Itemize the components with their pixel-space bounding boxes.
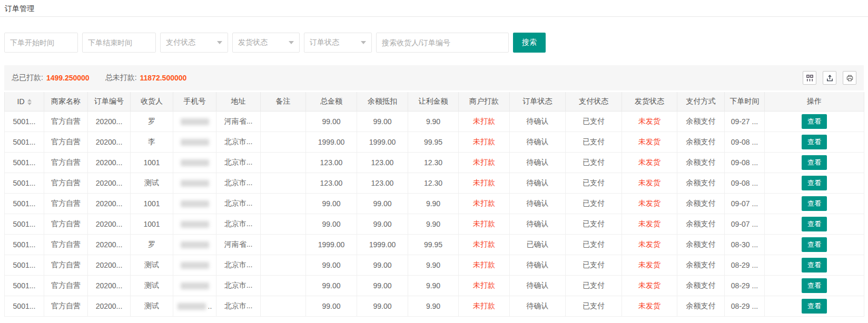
- col-header-pay_method: 支付方式: [677, 92, 725, 111]
- table-row: 5001...官方自营20200...测试北京市...99.0099.009.9…: [5, 275, 864, 296]
- consignee-cell: 1001: [131, 152, 173, 173]
- merchant_pay-cell: 未打款: [459, 152, 510, 173]
- phone-cell: [173, 173, 216, 193]
- remark-cell: [261, 132, 306, 152]
- ship_status-cell: 未发货: [622, 234, 677, 255]
- order_status-cell: 待确认: [510, 132, 566, 152]
- view-order-button[interactable]: 查看: [802, 237, 827, 252]
- export-icon: [826, 74, 834, 82]
- phone-redacted: [181, 118, 209, 125]
- pay_method-cell: 余额支付: [677, 111, 725, 132]
- ship-status-select[interactable]: 发货状态: [232, 33, 300, 53]
- ship_status-cell: 未发货: [622, 193, 677, 214]
- col-header-ship_status: 发货状态: [622, 92, 677, 111]
- search-input[interactable]: [376, 33, 509, 53]
- pay-status-select[interactable]: 支付状态: [160, 33, 228, 53]
- merchant-cell: 官方自营: [44, 111, 88, 132]
- view-order-button[interactable]: 查看: [802, 258, 827, 272]
- phone-cell: [173, 132, 216, 152]
- merchant-cell: 官方自营: [44, 234, 88, 255]
- order_status-cell: 待确认: [510, 193, 566, 214]
- merchant_pay-cell: 未打款: [459, 255, 510, 275]
- table-row: 5001...官方自营20200...测试北京市...99.0099.009.9…: [5, 255, 864, 275]
- col-header-total: 总金额: [306, 92, 357, 111]
- merchant_pay-cell: 未打款: [459, 275, 510, 296]
- merchant-cell: 官方自营: [44, 152, 88, 173]
- ship_status-cell: 未发货: [622, 255, 677, 275]
- remark-cell: [261, 173, 306, 193]
- table-row: 5001...官方自营20200...1001北京市...99.0099.009…: [5, 193, 864, 214]
- print-button[interactable]: [843, 71, 856, 85]
- table-row: 5001...官方自营20200...李北京市...1999.001999.00…: [5, 132, 864, 152]
- start-time-input[interactable]: [4, 33, 78, 53]
- action-cell: 查看: [765, 193, 864, 214]
- ship_status-cell: 未发货: [622, 132, 677, 152]
- time-cell: 09-27 ...: [725, 111, 765, 132]
- balance_deduct-cell: 99.00: [357, 255, 408, 275]
- view-order-button[interactable]: 查看: [802, 217, 827, 231]
- total-cell: 123.00: [306, 152, 357, 173]
- col-header-remark: 备注: [261, 92, 306, 111]
- order_no-cell: 20200...: [88, 193, 131, 214]
- search-button[interactable]: 搜索: [513, 33, 546, 53]
- ship_status-cell: 未发货: [622, 296, 677, 316]
- print-icon: [846, 74, 854, 82]
- view-order-button[interactable]: 查看: [802, 176, 827, 190]
- order-status-select[interactable]: 订单状态: [304, 33, 372, 53]
- address-cell: 北京市...: [216, 296, 261, 316]
- pay_status-cell: 已支付: [566, 296, 622, 316]
- filter-columns-button[interactable]: [803, 71, 816, 85]
- pay_method-cell: 余额支付: [677, 234, 725, 255]
- pay_method-cell: 余额支付: [677, 255, 725, 275]
- address-cell: 北京市...: [216, 255, 261, 275]
- view-order-button[interactable]: 查看: [802, 278, 827, 293]
- remark-cell: [261, 275, 306, 296]
- order_status-cell: 待确认: [510, 214, 566, 234]
- view-order-button[interactable]: 查看: [802, 299, 827, 314]
- consignee-cell: 1001: [131, 193, 173, 214]
- phone-cell: [173, 255, 216, 275]
- merchant-cell: 官方自营: [44, 296, 88, 316]
- action-cell: 查看: [765, 173, 864, 193]
- merchant-cell: 官方自营: [44, 214, 88, 234]
- id-cell: 5001...: [5, 296, 44, 316]
- pay_status-cell: 已支付: [566, 173, 622, 193]
- order_status-cell: 待确认: [510, 255, 566, 275]
- pay_method-cell: 余额支付: [677, 193, 725, 214]
- time-cell: 09-08 ...: [725, 132, 765, 152]
- view-order-button[interactable]: 查看: [802, 155, 827, 170]
- ship_status-cell: 未发货: [622, 152, 677, 173]
- export-button[interactable]: [823, 71, 836, 85]
- view-order-button[interactable]: 查看: [802, 196, 827, 211]
- merchant_pay-cell: 未打款: [459, 234, 510, 255]
- pay-status-select-label: 支付状态: [166, 38, 195, 47]
- order_no-cell: 20200...: [88, 152, 131, 173]
- phone-redacted: [181, 180, 209, 187]
- col-header-phone: 手机号: [173, 92, 216, 111]
- consignee-cell: 测试: [131, 173, 173, 193]
- chevron-down-icon: [361, 41, 366, 44]
- id-cell: 5001...: [5, 275, 44, 296]
- action-cell: 查看: [765, 214, 864, 234]
- order_status-cell: 待确认: [510, 173, 566, 193]
- discount-cell: 9.90: [408, 214, 459, 234]
- address-cell: 北京市...: [216, 152, 261, 173]
- total-paid-label: 总已打款:: [12, 73, 43, 83]
- ship_status-cell: 未发货: [622, 173, 677, 193]
- consignee-cell: 1001: [131, 214, 173, 234]
- address-cell: 河南省...: [216, 111, 261, 132]
- col-header-id[interactable]: ID: [5, 92, 44, 111]
- action-cell: 查看: [765, 132, 864, 152]
- view-order-button[interactable]: 查看: [802, 135, 827, 149]
- view-order-button[interactable]: 查看: [802, 114, 827, 129]
- filter-bar: 支付状态 发货状态 订单状态 搜索: [4, 33, 864, 53]
- address-cell: 北京市...: [216, 275, 261, 296]
- id-cell: 5001...: [5, 214, 44, 234]
- order_status-cell: 待确认: [510, 111, 566, 132]
- order_no-cell: 20200...: [88, 132, 131, 152]
- end-time-input[interactable]: [82, 33, 156, 53]
- address-cell: 北京市...: [216, 132, 261, 152]
- table-tools: [803, 71, 856, 85]
- remark-cell: [261, 296, 306, 316]
- col-header-order_no: 订单编号: [88, 92, 131, 111]
